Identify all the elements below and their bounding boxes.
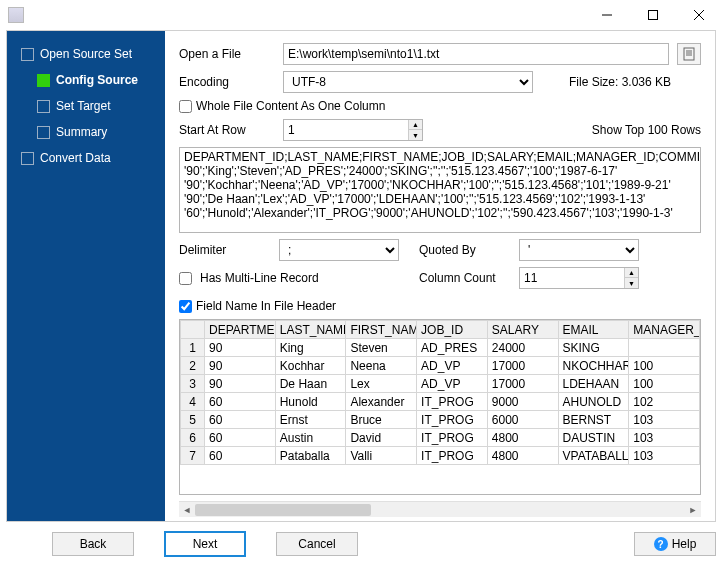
table-cell[interactable]: Lex [346,375,417,393]
table-cell[interactable] [629,339,700,357]
spin-down-icon[interactable]: ▼ [624,278,638,288]
back-button[interactable]: Back [52,532,134,556]
table-cell[interactable]: AHUNOLD [558,393,629,411]
table-cell[interactable]: SKING [558,339,629,357]
column-header[interactable]: JOB_ID [417,321,488,339]
table-cell[interactable]: IT_PROG [417,429,488,447]
table-cell[interactable]: 90 [205,357,276,375]
table-cell[interactable]: 24000 [487,339,558,357]
table-cell[interactable]: 17000 [487,357,558,375]
table-cell[interactable]: 60 [205,447,276,465]
table-cell[interactable]: Alexander [346,393,417,411]
table-cell[interactable]: 6000 [487,411,558,429]
column-header[interactable]: LAST_NAME [275,321,346,339]
table-cell[interactable]: 4800 [487,447,558,465]
table-cell[interactable]: BERNST [558,411,629,429]
table-cell[interactable]: 60 [205,393,276,411]
column-header[interactable]: SALARY [487,321,558,339]
scroll-right-icon[interactable]: ► [685,502,701,518]
file-path-input[interactable] [283,43,669,65]
table-cell[interactable]: 103 [629,411,700,429]
encoding-select[interactable]: UTF-8 [283,71,533,93]
maximize-button[interactable] [630,0,676,30]
browse-button[interactable] [677,43,701,65]
column-count-input[interactable] [519,267,639,289]
column-header[interactable]: MANAGER_ID [629,321,700,339]
table-cell[interactable]: Neena [346,357,417,375]
table-cell[interactable]: De Haan [275,375,346,393]
sidebar-item-convert-data[interactable]: Convert Data [7,145,165,171]
table-cell[interactable]: DAUSTIN [558,429,629,447]
table-cell[interactable]: Austin [275,429,346,447]
table-cell[interactable]: 102 [629,393,700,411]
table-cell[interactable]: AD_PRES [417,339,488,357]
minimize-button[interactable] [584,0,630,30]
column-header[interactable]: EMAIL [558,321,629,339]
table-cell[interactable]: King [275,339,346,357]
table-cell[interactable]: 4800 [487,429,558,447]
next-button[interactable]: Next [164,531,246,557]
multiline-checkbox[interactable] [179,272,192,285]
spin-up-icon[interactable]: ▲ [624,268,638,278]
table-cell[interactable]: IT_PROG [417,447,488,465]
quoted-by-label: Quoted By [419,243,511,257]
column-header[interactable]: FIRST_NAME [346,321,417,339]
table-cell[interactable]: 9000 [487,393,558,411]
table-cell[interactable]: Hunold [275,393,346,411]
table-cell[interactable]: NKOCHHAR [558,357,629,375]
table-cell[interactable]: 100 [629,357,700,375]
table-cell[interactable]: LDEHAAN [558,375,629,393]
step-box-icon [21,152,34,165]
table-row[interactable]: 290KochharNeenaAD_VP17000NKOCHHAR100 [181,357,700,375]
row-number: 7 [181,447,205,465]
whole-file-label: Whole File Content As One Column [196,99,385,113]
table-cell[interactable]: Ernst [275,411,346,429]
table-cell[interactable]: Steven [346,339,417,357]
table-row[interactable]: 190KingStevenAD_PRES24000SKING [181,339,700,357]
table-cell[interactable]: David [346,429,417,447]
table-cell[interactable]: Pataballa [275,447,346,465]
table-cell[interactable]: AD_VP [417,357,488,375]
table-row[interactable]: 390De HaanLexAD_VP17000LDEHAAN100 [181,375,700,393]
help-button[interactable]: ? Help [634,532,716,556]
cancel-button[interactable]: Cancel [276,532,358,556]
table-cell[interactable]: 100 [629,375,700,393]
table-cell[interactable]: 90 [205,375,276,393]
column-header[interactable]: DEPARTMENT_ID [205,321,276,339]
table-cell[interactable]: IT_PROG [417,411,488,429]
table-cell[interactable]: Bruce [346,411,417,429]
sidebar-item-config-source[interactable]: Config Source [7,67,165,93]
table-cell[interactable]: 60 [205,411,276,429]
quoted-by-select[interactable]: ' [519,239,639,261]
table-row[interactable]: 760PataballaValliIT_PROG4800VPATABALLA10… [181,447,700,465]
table-row[interactable]: 660AustinDavidIT_PROG4800DAUSTIN103 [181,429,700,447]
table-cell[interactable]: 103 [629,447,700,465]
table-cell[interactable]: VPATABALLA [558,447,629,465]
spin-down-icon[interactable]: ▼ [408,130,422,140]
file-preview-textarea[interactable]: DEPARTMENT_ID;LAST_NAME;FIRST_NAME;JOB_I… [179,147,701,233]
titlebar[interactable] [0,0,722,30]
table-cell[interactable]: AD_VP [417,375,488,393]
table-row[interactable]: 560ErnstBruceIT_PROG6000BERNST103 [181,411,700,429]
table-cell[interactable]: 103 [629,429,700,447]
header-checkbox[interactable] [179,300,192,313]
spin-up-icon[interactable]: ▲ [408,120,422,130]
sidebar-item-set-target[interactable]: Set Target [7,93,165,119]
close-button[interactable] [676,0,722,30]
sidebar-item-open-source-set[interactable]: Open Source Set [7,41,165,67]
delimiter-select[interactable]: ; [279,239,399,261]
table-cell[interactable]: 90 [205,339,276,357]
table-cell[interactable]: 60 [205,429,276,447]
sidebar-item-summary[interactable]: Summary [7,119,165,145]
whole-file-checkbox[interactable] [179,100,192,113]
start-row-input[interactable] [283,119,423,141]
preview-line: '60';'Hunold';'Alexander';'IT_PROG';'900… [184,206,696,220]
data-grid[interactable]: DEPARTMENT_IDLAST_NAMEFIRST_NAMEJOB_IDSA… [179,319,701,495]
scroll-left-icon[interactable]: ◄ [179,502,195,518]
table-row[interactable]: 460HunoldAlexanderIT_PROG9000AHUNOLD102 [181,393,700,411]
horizontal-scrollbar[interactable]: ◄ ► [179,501,701,517]
table-cell[interactable]: Kochhar [275,357,346,375]
table-cell[interactable]: Valli [346,447,417,465]
table-cell[interactable]: 17000 [487,375,558,393]
table-cell[interactable]: IT_PROG [417,393,488,411]
